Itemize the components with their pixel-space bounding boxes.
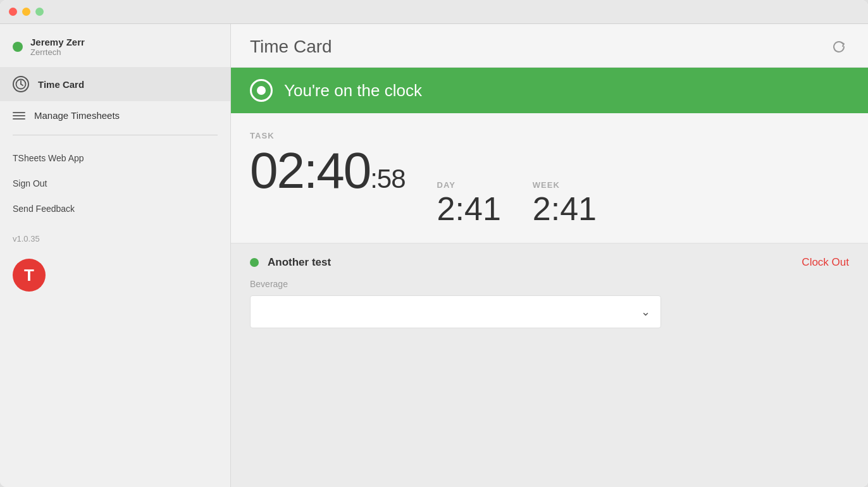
close-button[interactable] [9,8,17,16]
clock-banner: You're on the clock [231,68,868,113]
timer-main: 02:40 :58 [250,145,406,196]
timer-hours: 02 [250,142,304,199]
entry-left: Another test [250,256,331,269]
sidebar-item-manage-timesheets-label: Manage Timesheets [34,110,120,121]
lines-icon [13,112,25,120]
user-info: Jeremy Zerr Zerrtech [30,37,85,57]
menu-item-sign-out[interactable]: Sign Out [0,171,230,196]
day-value: 2:41 [437,192,501,225]
version-text: v1.0.35 [0,226,230,251]
week-label: WEEK [533,180,597,190]
logo-letter: T [24,266,34,285]
app-body: Jeremy Zerr Zerrtech Time Card [0,24,868,487]
user-section: Jeremy Zerr Zerrtech [0,24,230,67]
clock-out-button[interactable]: Clock Out [802,256,849,269]
timer-hours-minutes: 02:40 [250,145,370,196]
menu-item-send-feedback[interactable]: Send Feedback [0,196,230,221]
week-value: 2:41 [533,192,597,225]
beverage-dropdown[interactable]: ⌄ [250,295,661,328]
bottom-section: Another test Clock Out Beverage ⌄ [231,244,868,487]
main-header: Time Card [231,24,868,68]
titlebar [0,0,868,24]
entry-status-dot [250,258,259,267]
traffic-lights [9,8,44,16]
menu-items: TSheets Web App Sign Out Send Feedback [0,140,230,226]
timer-row: 02:40 :58 DAY 2:41 WEEK 2:41 [250,145,849,225]
minimize-button[interactable] [22,8,30,16]
user-status-dot [13,42,23,52]
main-content: Time Card You're on the clock TASK [231,24,868,487]
user-company: Zerrtech [30,47,85,57]
sidebar-item-time-card-label: Time Card [38,79,84,90]
day-label: DAY [437,180,501,190]
entry-row: Another test Clock Out [250,256,849,269]
record-inner [257,86,266,95]
clock-icon [13,76,29,92]
chevron-down-icon: ⌄ [641,305,650,319]
timer-seconds: :58 [370,164,405,194]
timer-day: DAY 2:41 [437,180,501,225]
refresh-button[interactable] [829,37,849,57]
timer-section: TASK 02:40 :58 DAY 2:41 WEEK 2:41 [231,113,868,244]
sidebar-item-time-card[interactable]: Time Card [0,67,230,101]
timer-week: WEEK 2:41 [533,180,597,225]
timer-minutes: 40 [316,142,370,199]
user-name: Jeremy Zerr [30,37,85,47]
sidebar: Jeremy Zerr Zerrtech Time Card [0,24,231,487]
page-title: Time Card [250,37,332,57]
clock-banner-text: You're on the clock [284,81,422,101]
logo-badge: T [13,259,46,292]
sidebar-item-manage-timesheets[interactable]: Manage Timesheets [0,101,230,130]
app-window: Jeremy Zerr Zerrtech Time Card [0,0,868,487]
beverage-field-label: Beverage [250,279,849,289]
entry-name: Another test [268,256,331,269]
menu-item-web-app[interactable]: TSheets Web App [0,145,230,171]
record-icon [250,79,273,102]
divider [13,135,218,135]
task-label: TASK [250,131,849,140]
maximize-button[interactable] [35,8,44,16]
svg-line-2 [21,84,23,85]
